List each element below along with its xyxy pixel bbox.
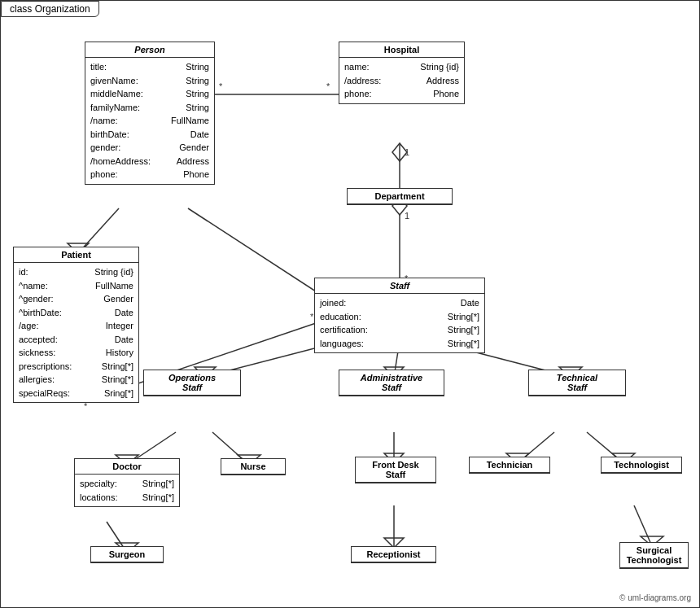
doctor-class: Doctor specialty:String[*] locations:Str… [74, 458, 180, 507]
person-attrs: title:String givenName:String middleName… [85, 58, 214, 184]
technical-staff-name: TechnicalStaff [529, 370, 625, 396]
operations-staff-class: OperationsStaff [143, 370, 241, 396]
front-desk-staff-class: Front DeskStaff [355, 457, 436, 483]
staff-attrs: joined:Date education:String[*] certific… [315, 294, 484, 352]
staff-class-name: Staff [315, 278, 484, 294]
person-class-name: Person [85, 42, 214, 58]
patient-class-name: Patient [14, 247, 138, 263]
hospital-attrs: name:String {id} /address:Address phone:… [339, 58, 464, 103]
technician-class-name: Technician [470, 457, 549, 473]
receptionist-class: Receptionist [351, 546, 436, 563]
staff-class: Staff joined:Date education:String[*] ce… [314, 278, 485, 353]
front-desk-staff-name: Front DeskStaff [356, 457, 435, 483]
svg-text:1: 1 [405, 147, 409, 157]
surgeon-class: Surgeon [90, 546, 164, 563]
doctor-class-name: Doctor [75, 459, 179, 475]
patient-attrs: id:String {id} ^name:FullName ^gender:Ge… [14, 263, 138, 402]
nurse-class: Nurse [221, 458, 286, 475]
technician-class: Technician [469, 457, 550, 474]
svg-text:1: 1 [405, 211, 409, 221]
doctor-attrs: specialty:String[*] locations:String[*] [75, 475, 179, 506]
svg-text:*: * [219, 81, 223, 91]
technologist-class-name: Technologist [602, 457, 681, 473]
surgical-technologist-class: SurgicalTechnologist [619, 542, 689, 569]
diagram-title: class Organization [1, 1, 99, 17]
nurse-class-name: Nurse [221, 459, 285, 475]
hospital-class: Hospital name:String {id} /address:Addre… [339, 42, 465, 104]
operations-staff-name: OperationsStaff [144, 370, 240, 396]
diagram-container: class Organization [0, 0, 700, 608]
copyright: © uml-diagrams.org [619, 593, 691, 602]
administrative-staff-name: AdministrativeStaff [339, 370, 444, 396]
technical-staff-class: TechnicalStaff [528, 370, 626, 396]
surgical-technologist-name: SurgicalTechnologist [620, 543, 688, 568]
patient-class: Patient id:String {id} ^name:FullName ^g… [13, 247, 139, 403]
svg-marker-5 [392, 143, 407, 161]
technologist-class: Technologist [601, 457, 682, 474]
hospital-class-name: Hospital [339, 42, 464, 58]
svg-text:*: * [326, 81, 330, 91]
department-class: Department [347, 188, 453, 205]
person-class: Person title:String givenName:String mid… [85, 42, 215, 185]
administrative-staff-class: AdministrativeStaff [339, 370, 444, 396]
surgeon-class-name: Surgeon [91, 547, 163, 562]
department-class-name: Department [348, 189, 452, 204]
receptionist-class-name: Receptionist [352, 547, 435, 562]
svg-line-29 [634, 505, 652, 546]
